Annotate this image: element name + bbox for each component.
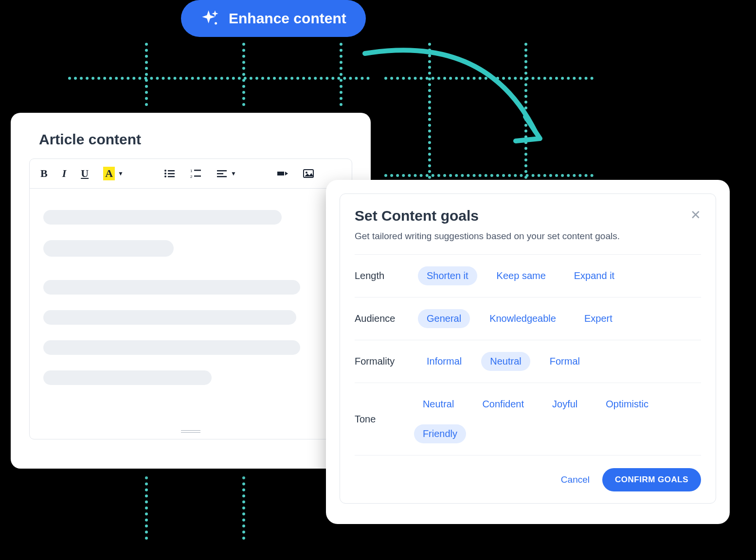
article-editor-panel: Article content B I U A▼ 12 ▼ xyxy=(11,113,371,469)
goal-row: AudienceGeneralKnowledgeableExpert xyxy=(355,297,701,340)
goal-option[interactable]: General xyxy=(418,309,470,328)
goal-option[interactable]: Neutral xyxy=(481,352,530,371)
bold-button[interactable]: B xyxy=(40,167,48,180)
confirm-goals-button[interactable]: CONFIRM GOALS xyxy=(602,468,701,491)
underline-button[interactable]: U xyxy=(81,167,89,180)
goal-label: Tone xyxy=(355,414,414,425)
grid-line xyxy=(145,476,148,540)
article-title: Article content xyxy=(39,131,352,148)
goal-option[interactable]: Keep same xyxy=(488,266,555,285)
goal-label: Audience xyxy=(355,313,418,324)
svg-point-16 xyxy=(306,172,307,174)
close-icon[interactable]: ✕ xyxy=(690,208,701,223)
svg-text:2: 2 xyxy=(190,175,193,179)
grid-line xyxy=(242,43,245,106)
svg-point-0 xyxy=(215,22,217,25)
resize-handle[interactable] xyxy=(181,430,200,434)
grid-line xyxy=(68,77,370,80)
goal-option[interactable]: Confident xyxy=(473,395,533,414)
content-goals-modal: Set Content goals Get tailored writing s… xyxy=(326,180,730,524)
goal-label: Formality xyxy=(355,356,418,367)
editor-toolbar: B I U A▼ 12 ▼ xyxy=(30,159,352,189)
goal-row: LengthShorten itKeep sameExpand it xyxy=(355,254,701,297)
goal-option[interactable]: Joyful xyxy=(543,395,586,414)
svg-rect-6 xyxy=(168,176,175,177)
svg-text:1: 1 xyxy=(190,169,193,173)
goal-option[interactable]: Knowledgeable xyxy=(481,309,565,328)
grid-line xyxy=(242,476,245,540)
svg-rect-8 xyxy=(194,170,201,171)
insert-image-button[interactable] xyxy=(303,168,314,179)
svg-point-3 xyxy=(164,173,166,175)
svg-rect-2 xyxy=(168,170,175,172)
italic-button[interactable]: I xyxy=(62,167,67,180)
goal-option[interactable]: Expert xyxy=(576,309,621,328)
grid-line xyxy=(145,43,148,106)
svg-rect-10 xyxy=(194,175,201,177)
goal-option[interactable]: Friendly xyxy=(414,424,466,443)
numbered-list-button[interactable]: 12 xyxy=(190,168,201,179)
svg-rect-11 xyxy=(217,170,227,172)
svg-rect-12 xyxy=(217,173,223,175)
svg-point-5 xyxy=(164,175,166,177)
goal-option[interactable]: Expand it xyxy=(565,266,623,285)
enhance-label: Enhance content xyxy=(229,10,346,27)
goal-row: FormalityInformalNeutralFormal xyxy=(355,340,701,383)
goal-option[interactable]: Shorten it xyxy=(418,266,477,285)
goal-row: ToneNeutralConfidentJoyfulOptimisticFrie… xyxy=(355,383,701,455)
goal-option[interactable]: Informal xyxy=(418,352,470,371)
svg-point-1 xyxy=(164,170,166,172)
enhance-content-button[interactable]: Enhance content xyxy=(181,0,366,37)
text-color-button[interactable]: A▼ xyxy=(103,167,124,180)
cancel-button[interactable]: Cancel xyxy=(561,474,590,485)
svg-rect-14 xyxy=(277,172,284,175)
goals-subtitle: Get tailored writing suggestions based o… xyxy=(355,231,620,242)
content-placeholder xyxy=(30,189,352,422)
grid-line xyxy=(384,174,594,177)
goals-title: Set Content goals xyxy=(355,208,620,224)
sparkle-icon xyxy=(200,9,220,28)
svg-rect-13 xyxy=(217,176,227,177)
svg-rect-4 xyxy=(168,173,175,175)
flow-arrow-icon xyxy=(360,44,555,156)
grid-line xyxy=(340,43,342,106)
insert-block-button[interactable] xyxy=(276,168,288,179)
goal-label: Length xyxy=(355,270,418,281)
editor-frame: B I U A▼ 12 ▼ xyxy=(29,158,352,439)
goal-option[interactable]: Formal xyxy=(541,352,589,371)
goal-option[interactable]: Neutral xyxy=(414,395,463,414)
bullet-list-button[interactable] xyxy=(163,168,175,179)
goal-option[interactable]: Optimistic xyxy=(597,395,657,414)
align-button[interactable]: ▼ xyxy=(216,168,236,179)
